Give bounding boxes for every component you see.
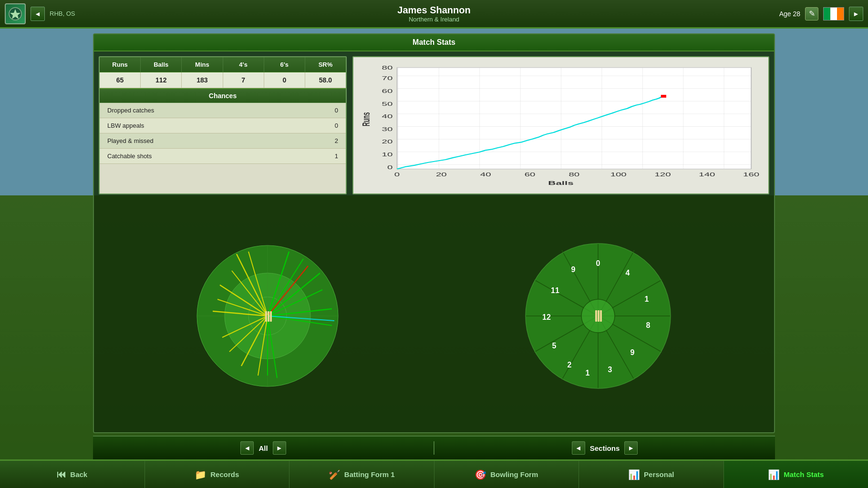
svg-text:Balls: Balls <box>548 180 573 186</box>
col-sixes: 6's <box>264 57 305 72</box>
chances-row-catchable: Catchable shots 1 <box>100 149 346 164</box>
nav-bowling-label: Bowling Form <box>490 470 538 478</box>
col-sr: SR% <box>305 57 346 72</box>
player-style: RHB, OS <box>50 10 75 17</box>
prev-page-button-left[interactable]: ◄ <box>240 441 254 455</box>
back-icon: ⏮ <box>57 469 66 480</box>
svg-text:80: 80 <box>382 65 393 71</box>
svg-text:2: 2 <box>568 361 572 369</box>
svg-rect-53 <box>270 311 272 322</box>
panel-title-text: Match Stats <box>413 38 455 47</box>
chances-val-catchable: 1 <box>335 152 338 160</box>
svg-text:160: 160 <box>743 172 759 177</box>
stats-table-container: Runs Balls Mins 4's 6's SR% 65 112 183 7… <box>99 56 347 194</box>
svg-text:50: 50 <box>382 101 393 107</box>
chances-val-dropped: 0 <box>335 107 338 114</box>
val-sixes: 0 <box>264 72 305 88</box>
svg-text:0: 0 <box>596 259 600 267</box>
page-label-right: Sections <box>590 444 620 452</box>
nav-batting-label: Batting Form 1 <box>344 470 395 478</box>
svg-text:40: 40 <box>382 113 393 119</box>
svg-text:20: 20 <box>436 172 447 177</box>
bowling-icon: 🎯 <box>475 469 486 480</box>
col-fours: 4's <box>223 57 264 72</box>
svg-rect-83 <box>598 310 599 322</box>
svg-text:30: 30 <box>382 126 393 132</box>
header-left: ◄ RHB, OS <box>0 3 134 24</box>
nav-bowling-form[interactable]: 🎯 Bowling Form <box>434 461 579 488</box>
svg-text:70: 70 <box>382 76 393 81</box>
match-stats-icon: 📊 <box>768 469 780 480</box>
chances-label-catchable: Catchable shots <box>107 152 152 160</box>
svg-text:11: 11 <box>551 286 559 295</box>
svg-text:100: 100 <box>610 172 627 177</box>
svg-text:5: 5 <box>552 342 557 350</box>
svg-rect-51 <box>265 311 267 322</box>
sector-chart-svg: 0 4 1 8 9 3 1 2 5 12 11 <box>522 240 674 392</box>
chances-label-lbw: LBW appeals <box>107 122 144 129</box>
country-flag <box>823 7 844 20</box>
svg-rect-82 <box>595 310 597 322</box>
player-name: James Shannon <box>397 5 470 16</box>
svg-text:60: 60 <box>382 88 393 94</box>
panel-title-bar: Match Stats <box>94 34 774 51</box>
batting-icon: 🏏 <box>329 469 341 480</box>
val-runs: 65 <box>100 72 141 88</box>
svg-text:1: 1 <box>586 369 590 377</box>
svg-text:20: 20 <box>382 139 393 145</box>
svg-text:3: 3 <box>608 366 612 374</box>
chances-row-dropped: Dropped catches 0 <box>100 103 346 118</box>
svg-text:Runs: Runs <box>360 112 372 126</box>
svg-text:120: 120 <box>654 172 671 177</box>
svg-text:0: 0 <box>394 172 400 177</box>
nav-personal[interactable]: 📊 Personal <box>579 461 724 488</box>
svg-text:80: 80 <box>568 172 579 177</box>
chances-label-missed: Played & missed <box>107 137 154 144</box>
nav-batting-form[interactable]: 🏏 Batting Form 1 <box>289 461 434 488</box>
val-fours: 7 <box>223 72 264 88</box>
prev-player-button[interactable]: ◄ <box>31 7 45 21</box>
svg-text:8: 8 <box>646 321 651 329</box>
nav-personal-label: Personal <box>644 470 674 478</box>
svg-text:10: 10 <box>382 152 393 157</box>
header-center: James Shannon Northern & Ireland <box>134 5 734 23</box>
svg-text:40: 40 <box>480 172 491 177</box>
svg-rect-2 <box>397 68 752 169</box>
svg-text:1: 1 <box>645 295 649 303</box>
nav-match-stats[interactable]: 📊 Match Stats <box>724 461 868 488</box>
next-page-button-left[interactable]: ► <box>273 441 286 455</box>
chances-val-lbw: 0 <box>335 122 338 129</box>
val-sr: 58.0 <box>305 72 346 88</box>
sector-chart-container: 0 4 1 8 9 3 1 2 5 12 11 <box>522 240 674 392</box>
header-bar: ◄ RHB, OS James Shannon Northern & Irela… <box>0 0 868 29</box>
next-player-button[interactable]: ► <box>849 7 863 21</box>
page-label-left: All <box>258 444 268 452</box>
svg-text:0: 0 <box>387 164 393 170</box>
records-icon: 📁 <box>195 469 207 480</box>
stats-area: Runs Balls Mins 4's 6's SR% 65 112 183 7… <box>94 51 774 199</box>
chances-title: Chances <box>100 88 346 103</box>
edit-button[interactable]: ✎ <box>805 7 818 20</box>
runs-chart: 0 10 20 30 40 50 60 70 80 0 20 40 60 80 … <box>357 63 765 190</box>
nav-records[interactable]: 📁 Records <box>145 461 290 488</box>
svg-text:12: 12 <box>542 313 551 321</box>
chances-val-missed: 2 <box>335 137 338 144</box>
player-team: Northern & Ireland <box>409 16 459 23</box>
svg-text:9: 9 <box>571 265 576 274</box>
next-page-button-right[interactable]: ► <box>624 441 638 455</box>
pagination-right: ◄ Sections ► <box>434 441 775 455</box>
player-age: Age 28 <box>779 10 800 18</box>
runs-chart-container: 0 10 20 30 40 50 60 70 80 0 20 40 60 80 … <box>352 56 769 194</box>
bottom-nav: ⏮ Back 📁 Records 🏏 Batting Form 1 🎯 Bowl… <box>0 459 868 488</box>
chances-label-dropped: Dropped catches <box>107 107 154 114</box>
nav-back[interactable]: ⏮ Back <box>0 461 145 488</box>
val-balls: 112 <box>141 72 182 88</box>
svg-text:4: 4 <box>626 269 630 277</box>
team-badge <box>5 3 26 24</box>
col-runs: Runs <box>100 57 141 72</box>
col-mins: Mins <box>182 57 223 72</box>
prev-page-button-right[interactable]: ◄ <box>572 441 585 455</box>
svg-text:9: 9 <box>630 348 635 356</box>
nav-records-label: Records <box>210 470 239 478</box>
wagon-wheel-container <box>194 242 341 390</box>
